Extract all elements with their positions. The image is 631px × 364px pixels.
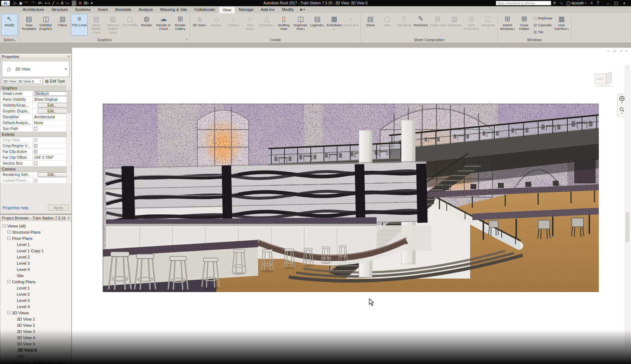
- checkbox[interactable]: [34, 179, 37, 182]
- ribbon-button-schedules[interactable]: ▦Schedules ▾: [326, 14, 343, 36]
- property-section-camera[interactable]: Camera▲: [0, 166, 71, 172]
- tab-structure[interactable]: Structure: [48, 6, 72, 13]
- property-section-graphics[interactable]: Graphics▲: [0, 85, 71, 91]
- transfer-icon[interactable]: ⇄▾: [38, 0, 42, 6]
- edit-button[interactable]: Edit...: [38, 103, 67, 108]
- ribbon-button-cut-profile[interactable]: ▢Cut Profile: [121, 14, 138, 36]
- tree-item-3d-view-6[interactable]: 3D View 6: [0, 347, 71, 353]
- drawing-area[interactable]: –▢×˄ RIGHT ▼ ▼ ▲: [72, 47, 631, 364]
- ribbon-button-visibility-graphics[interactable]: ◫Visibility/ Graphics: [37, 14, 54, 36]
- property-value[interactable]: [33, 161, 71, 166]
- property-value[interactable]: Edit...: [33, 108, 71, 114]
- tree-item-level-3[interactable]: Level 3: [0, 297, 71, 303]
- checkbox[interactable]: ✓: [34, 150, 37, 153]
- tree-item-level-1-copy-1[interactable]: Level 1 Copy 1: [0, 248, 71, 254]
- property-value[interactable]: 144' 3 7/64": [33, 155, 71, 160]
- property-value[interactable]: ✓: [33, 143, 71, 149]
- undo-icon[interactable]: ↶▾: [24, 0, 29, 6]
- property-value[interactable]: Edit...: [33, 172, 71, 177]
- circle-icon[interactable]: ○: [57, 0, 59, 6]
- tree-item-floor-plans[interactable]: −Floor Plans: [0, 235, 71, 241]
- checkbox[interactable]: [34, 162, 37, 165]
- property-value[interactable]: ✓: [33, 149, 71, 154]
- ribbon-button-view[interactable]: ▢View: [379, 14, 396, 36]
- steering-wheel-icon[interactable]: [619, 96, 625, 101]
- scrollbar-thumb[interactable]: [67, 90, 71, 113]
- ribbon-button-3d-view[interactable]: ⌂3D View ▾: [191, 14, 208, 36]
- properties-scrollbar[interactable]: ▲: [67, 86, 71, 183]
- property-value[interactable]: Medium: [33, 91, 71, 96]
- tab-manage[interactable]: Manage: [235, 6, 257, 13]
- expand-icon[interactable]: +: [7, 230, 11, 234]
- ribbon-button-revisions[interactable]: ✎Revisions: [412, 14, 429, 36]
- render-3d-view[interactable]: [103, 104, 598, 292]
- save-icon[interactable]: ▣: [19, 0, 22, 6]
- tab-analyze[interactable]: Analyze: [135, 6, 156, 13]
- ribbon-button-scope-box[interactable]: ▫Scope Box: [343, 14, 359, 36]
- tab-collaborate[interactable]: Collaborate: [191, 6, 219, 13]
- tree-item-ceiling-plans[interactable]: −Ceiling Plans: [0, 279, 71, 285]
- tree-item-3d-views[interactable]: −3D Views: [0, 310, 71, 316]
- tree-item-3d[interactable]: {3D}: [0, 353, 71, 359]
- canvas-vertical-scrollbar[interactable]: ▲: [625, 65, 630, 348]
- collapse-icon[interactable]: −: [7, 237, 11, 240]
- dialog-launcher-icon[interactable]: ↘: [185, 37, 188, 42]
- property-value[interactable]: [33, 178, 71, 183]
- ribbon-button-modify[interactable]: ↖Modify: [1, 14, 18, 36]
- tree-item-level-2[interactable]: Level 2: [0, 291, 71, 297]
- property-section-extents[interactable]: Extents▲: [0, 132, 71, 137]
- tab-architecture[interactable]: Architecture: [19, 6, 48, 13]
- property-value[interactable]: Architectural: [33, 114, 71, 120]
- signed-in-user[interactable]: ◯ lacourb ▼: [566, 1, 587, 5]
- collapse-icon[interactable]: −: [7, 280, 11, 283]
- tree-item-3d-view-1[interactable]: 3D View 1: [0, 316, 71, 322]
- ribbon-button-section[interactable]: ◇Section: [208, 14, 225, 36]
- view-cube-side-face[interactable]: [606, 72, 612, 84]
- scroll-up-icon[interactable]: ▲: [67, 86, 71, 89]
- tab-massing-site[interactable]: Massing & Site: [156, 6, 190, 13]
- tree-item-level-1[interactable]: Level 1: [0, 241, 71, 248]
- view-cube[interactable]: RIGHT: [594, 70, 616, 88]
- ribbon-button-title-block[interactable]: ▯Title Block: [396, 14, 412, 36]
- properties-header[interactable]: Properties ×: [0, 54, 71, 60]
- view-cube-front-face[interactable]: RIGHT: [594, 73, 606, 84]
- tab-systems[interactable]: Systems: [71, 6, 94, 13]
- ribbon-button-plan-views[interactable]: ▱Plan Views ▾: [242, 14, 258, 36]
- edit-button[interactable]: Edit...: [38, 172, 67, 177]
- instance-selector[interactable]: 3D View: 3D View 6 ∨: [2, 78, 43, 84]
- ribbon-button-render-in-cloud[interactable]: ☁Render in Cloud: [155, 14, 172, 36]
- tab-insert[interactable]: Insert: [94, 6, 112, 13]
- tab-add-ins[interactable]: Add-Ins: [257, 6, 278, 13]
- open-icon[interactable]: ▷: [14, 0, 17, 6]
- property-value[interactable]: [33, 126, 71, 131]
- ribbon-button-render[interactable]: ◍Render: [138, 14, 155, 36]
- project-browser-header[interactable]: Project Browser - Train Station 7.3.16 ×: [0, 215, 71, 221]
- collapse-icon[interactable]: −: [3, 224, 6, 227]
- checkbox[interactable]: [34, 127, 37, 130]
- ribbon-button-cascade[interactable]: ▤Cascade: [533, 22, 552, 28]
- tree-item-level-4[interactable]: Level 4: [0, 266, 71, 272]
- sheet-icon[interactable]: ▤▾: [84, 0, 88, 6]
- ribbon-display-toggle-icon[interactable]: ◉ ▾: [300, 6, 305, 13]
- ribbon-button-viewports[interactable]: ◫Viewports ▾: [480, 14, 496, 36]
- close-button[interactable]: ×: [623, 1, 626, 5]
- minimize-view-icon[interactable]: –: [608, 49, 609, 53]
- qat-overflow-icon[interactable]: ▾: [91, 0, 93, 6]
- tab-annotate[interactable]: Annotate: [112, 6, 135, 13]
- ribbon-button-filters[interactable]: ▥Filters: [54, 14, 71, 36]
- ribbon-button-render-gallery[interactable]: ⊞Render Gallery: [172, 14, 189, 36]
- ribbon-button-view-reference[interactable]: ◎View Reference: [463, 14, 480, 36]
- tab-view[interactable]: View: [219, 6, 235, 13]
- tree-item-site[interactable]: Site: [0, 272, 71, 279]
- collapse-icon[interactable]: −: [7, 311, 11, 314]
- chevron-down-icon[interactable]: ▼: [621, 112, 623, 115]
- tree-item-3d-view-4[interactable]: 3D View 4: [0, 334, 71, 341]
- tree-item-3d-view-5[interactable]: 3D View 5: [0, 341, 71, 347]
- ribbon-button-remove-hidden-lines[interactable]: ▨Remove Hidden Lines: [105, 14, 121, 36]
- thin-lines-icon[interactable]: ◫: [72, 0, 76, 6]
- close-inactive-views-icon[interactable]: ⊠: [79, 0, 82, 6]
- scrollbar-thumb[interactable]: [626, 212, 629, 242]
- checkbox[interactable]: [34, 138, 37, 142]
- property-value[interactable]: Show Original: [33, 97, 71, 102]
- collapse-icon[interactable]: ˄: [626, 49, 627, 53]
